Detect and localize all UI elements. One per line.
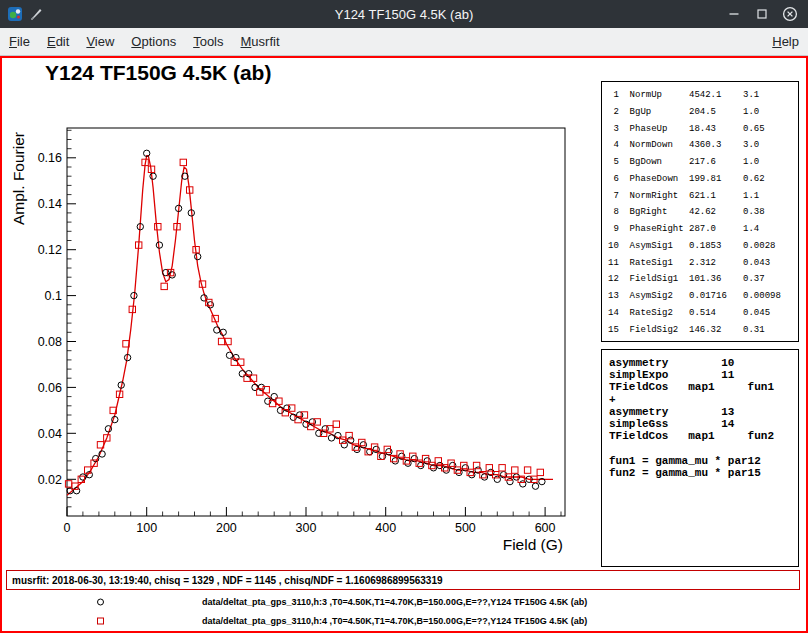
param-row-PhaseDown: 6 PhaseDown 199.81 0.62 (608, 171, 798, 188)
titlebar-buttons (725, 5, 808, 23)
fit-status-box[interactable]: musrfit: 2018-06-30, 13:19:40, chisq = 1… (6, 570, 800, 590)
svg-text:0: 0 (64, 521, 71, 535)
plot-canvas[interactable]: 01002003004005006000.020.040.060.080.10.… (2, 58, 602, 570)
menu-item-musrfit[interactable]: Musrfit (241, 34, 280, 49)
param-row-AsymSig2: 13 AsymSig2 0.01716 0.00098 (608, 288, 798, 305)
fit-status-text: musrfit: 2018-06-30, 13:19:40, chisq = 1… (12, 575, 443, 586)
fit-parameter-box[interactable]: 1 NormUp 4542.1 3.1 2 BgUp 204.5 1.0 3 P… (601, 81, 799, 342)
param-row-FieldSig1: 12 FieldSig1 101.36 0.37 (608, 271, 798, 288)
menu-items-container: FileEditViewOptionsToolsMusrfit (9, 34, 280, 49)
theory-line: fun1 = gamma_mu * par12 (609, 455, 798, 467)
window-title: Y124 TF150G 4.5K (ab) (0, 7, 808, 22)
legend-run-text: data/deltat_pta_gps_3110,h:3 ,T0=4.50K,T… (202, 597, 587, 607)
theory-line: asymmetry 13 (609, 406, 798, 418)
param-row-BgUp: 2 BgUp 204.5 1.0 (608, 104, 798, 121)
svg-text:100: 100 (136, 521, 157, 535)
menu-item-help[interactable]: Help (772, 34, 799, 49)
param-row-RateSig1: 11 RateSig1 2.312 0.043 (608, 255, 798, 272)
theory-line: fun2 = gamma_mu * par15 (609, 467, 798, 479)
legend: data/deltat_pta_gps_3110,h:3 ,T0=4.50K,T… (2, 592, 806, 630)
svg-text:0.06: 0.06 (38, 381, 62, 395)
minimize-button[interactable] (725, 5, 743, 23)
svg-text:0.1: 0.1 (45, 289, 62, 303)
legend-row: data/deltat_pta_gps_3110,h:3 ,T0=4.50K,T… (2, 592, 806, 611)
menu-item-view[interactable]: View (86, 34, 114, 49)
param-row-PhaseUp: 3 PhaseUp 18.43 0.65 (608, 121, 798, 138)
close-button[interactable] (781, 5, 799, 23)
menu-item-file[interactable]: File (9, 34, 30, 49)
param-row-NormDown: 4 NormDown 4360.3 3.0 (608, 137, 798, 154)
param-row-NormRight: 7 NormRight 621.1 1.1 (608, 188, 798, 205)
open-circle-marker-icon (97, 598, 104, 605)
legend-run-text: data/deltat_pta_gps_3110,h:4 ,T0=4.50K,T… (202, 616, 587, 626)
svg-text:0.08: 0.08 (38, 335, 62, 349)
param-row-FieldSig2: 15 FieldSig2 146.32 0.31 (608, 322, 798, 339)
theory-line: TFieldCos map1 fun1 (609, 381, 798, 393)
open-square-marker-icon (97, 617, 104, 624)
root-canvas[interactable]: Y124 TF150G 4.5K (ab) 010020030040050060… (0, 56, 808, 633)
theory-line (609, 442, 798, 454)
app-icon (7, 6, 23, 22)
param-row-BgRight: 8 BgRight 42.62 0.38 (608, 204, 798, 221)
menu-item-options[interactable]: Options (131, 34, 176, 49)
svg-text:600: 600 (535, 521, 556, 535)
legend-row: data/deltat_pta_gps_3110,h:4 ,T0=4.50K,T… (2, 611, 806, 630)
param-row-BgDown: 5 BgDown 217.6 1.0 (608, 154, 798, 171)
svg-text:Ampl. Fourier: Ampl. Fourier (10, 132, 27, 225)
svg-text:Field (G): Field (G) (503, 536, 563, 553)
paintbrush-icon (29, 7, 43, 21)
param-row-AsymSig1: 10 AsymSig1 0.1853 0.0028 (608, 238, 798, 255)
maximize-button[interactable] (753, 5, 771, 23)
svg-text:200: 200 (216, 521, 237, 535)
titlebar-left (0, 6, 43, 22)
svg-text:0.04: 0.04 (38, 427, 62, 441)
menu-item-tools[interactable]: Tools (193, 34, 223, 49)
titlebar: Y124 TF150G 4.5K (ab) (0, 0, 808, 28)
param-row-RateSig2: 14 RateSig2 0.514 0.045 (608, 305, 798, 322)
theory-line: asymmetry 10 (609, 357, 798, 369)
param-row-NormUp: 1 NormUp 4542.1 3.1 (608, 87, 798, 104)
svg-text:500: 500 (455, 521, 476, 535)
theory-box[interactable]: asymmetry 10simplExpo 11TFieldCos map1 f… (601, 349, 799, 567)
menubar: FileEditViewOptionsToolsMusrfit Help (0, 28, 808, 56)
svg-text:300: 300 (296, 521, 317, 535)
svg-text:0.12: 0.12 (38, 243, 62, 257)
svg-text:400: 400 (375, 521, 396, 535)
svg-text:0.16: 0.16 (38, 151, 62, 165)
theory-line: simplExpo 11 (609, 369, 798, 381)
theory-line: TFieldCos map1 fun2 (609, 430, 798, 442)
param-row-PhaseRight: 9 PhaseRight 287.0 1.4 (608, 221, 798, 238)
svg-text:0.14: 0.14 (38, 197, 62, 211)
menu-item-edit[interactable]: Edit (47, 34, 69, 49)
svg-text:0.02: 0.02 (38, 473, 62, 487)
theory-line: simpleGss 14 (609, 418, 798, 430)
app-window: Y124 TF150G 4.5K (ab) FileEditViewOption… (0, 0, 808, 633)
theory-line: + (609, 394, 798, 406)
